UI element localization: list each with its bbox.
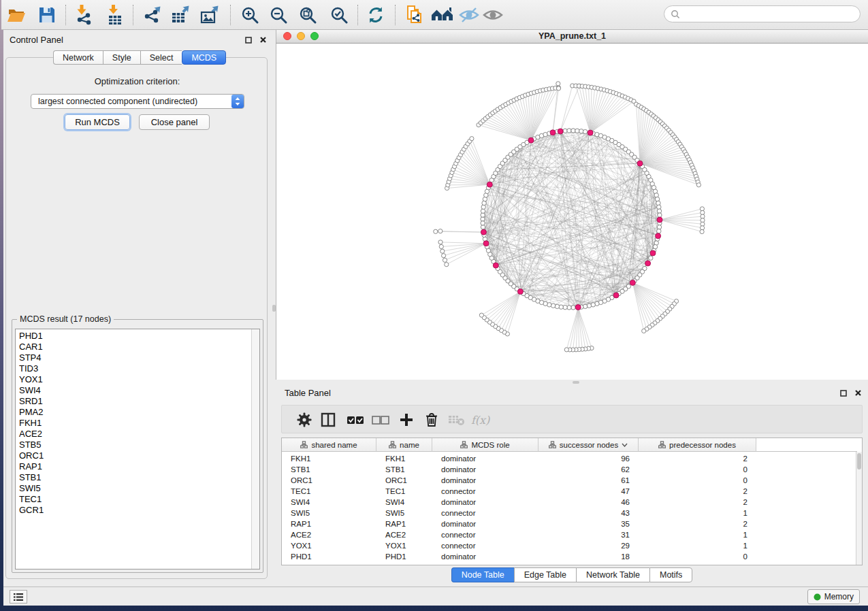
task-history-button[interactable] xyxy=(10,590,27,604)
mcds-result-item[interactable]: CAR1 xyxy=(16,342,259,352)
save-session-icon[interactable] xyxy=(35,3,59,27)
export-image-icon[interactable] xyxy=(199,3,222,27)
mcds-list-scrollbar[interactable] xyxy=(251,329,259,569)
tab-network[interactable]: Network xyxy=(53,50,103,65)
table-row[interactable]: TEC1TEC1connector472 xyxy=(282,486,856,497)
tab-style[interactable]: Style xyxy=(103,50,140,65)
show-all-icon[interactable] xyxy=(481,3,504,27)
table-cell: STB1 xyxy=(282,464,376,475)
tab-edge-table[interactable]: Edge Table xyxy=(514,567,576,582)
columns-icon[interactable] xyxy=(317,409,339,431)
gear-icon[interactable] xyxy=(293,409,315,431)
run-mcds-button[interactable]: Run MCDS xyxy=(65,114,130,130)
import-table-icon[interactable] xyxy=(103,3,127,27)
table-row[interactable]: FKH1FKH1dominator962 xyxy=(282,453,856,464)
search-input[interactable] xyxy=(664,5,861,22)
memory-label: Memory xyxy=(824,592,854,601)
delete-row-icon[interactable] xyxy=(421,409,443,431)
zoom-selected-icon[interactable] xyxy=(327,3,351,27)
zoom-out-icon[interactable] xyxy=(267,3,290,27)
mcds-result-item[interactable]: FKH1 xyxy=(16,418,259,429)
float-icon[interactable] xyxy=(840,390,847,397)
table-cell: 1 xyxy=(639,529,756,540)
table-cell: 0 xyxy=(639,475,756,486)
column-header-predecessor-nodes[interactable]: predecessor nodes xyxy=(639,438,756,452)
mcds-result-item[interactable]: ORC1 xyxy=(16,450,259,461)
table-cell: 43 xyxy=(539,508,639,518)
tab-node-table[interactable]: Node Table xyxy=(451,567,514,582)
table-row[interactable]: SWI5SWI5connector431 xyxy=(282,508,856,518)
uncheck-all-icon[interactable] xyxy=(370,409,391,431)
delete-table-icon xyxy=(446,409,468,431)
table-row[interactable]: ORC1ORC1dominator610 xyxy=(282,475,856,486)
add-row-icon[interactable] xyxy=(396,409,417,431)
mcds-result-item[interactable]: RAP1 xyxy=(16,461,259,472)
table-scrollbar[interactable] xyxy=(856,452,862,565)
open-session-icon[interactable] xyxy=(5,3,28,27)
mcds-result-list[interactable]: PHD1CAR1STP4TID3YOX1SWI4SRD1PMA2FKH1ACE2… xyxy=(15,329,260,569)
mcds-result-item[interactable]: STB5 xyxy=(16,440,259,450)
hide-selected-icon[interactable] xyxy=(457,3,481,27)
table-cell: 0 xyxy=(639,551,756,562)
column-header-successor-nodes[interactable]: successor nodes xyxy=(539,438,639,452)
zoom-fit-icon[interactable] xyxy=(296,3,319,27)
table-row[interactable]: ACE2ACE2connector311 xyxy=(282,529,856,540)
float-icon[interactable] xyxy=(245,37,252,44)
table-cell: 1 xyxy=(639,508,756,518)
table-cell: 62 xyxy=(539,464,639,475)
table-row[interactable]: YOX1YOX1connector291 xyxy=(282,540,856,551)
mcds-result-item[interactable]: PHD1 xyxy=(16,331,259,342)
network-window-titlebar[interactable]: YPA_prune.txt_1 xyxy=(276,30,868,44)
network-canvas[interactable] xyxy=(276,44,868,380)
mcds-result-item[interactable]: STP4 xyxy=(16,352,259,363)
table-cell: dominator xyxy=(432,551,539,562)
column-header-shared-name[interactable]: shared name xyxy=(282,438,376,452)
mcds-result-item[interactable]: SRD1 xyxy=(16,396,259,407)
mcds-result-item[interactable]: SWI5 xyxy=(16,483,259,494)
zoom-in-icon[interactable] xyxy=(238,3,261,27)
close-panel-button[interactable]: Close panel xyxy=(139,114,210,130)
table-cell: ACE2 xyxy=(282,529,376,540)
table-row[interactable]: SWI4SWI4dominator462 xyxy=(282,497,856,508)
table-tabs: Node TableEdge TableNetwork TableMotifs xyxy=(276,567,868,582)
table-cell: connector xyxy=(432,540,539,551)
mcds-result-item[interactable]: TID3 xyxy=(16,363,259,374)
table-row[interactable]: RAP1RAP1dominator352 xyxy=(282,518,856,529)
criterion-dropdown[interactable]: largest connected component (undirected) xyxy=(31,94,244,109)
close-icon[interactable] xyxy=(259,36,267,44)
application-window: Control Panel NetworkStyleSelectMCDS Opt… xyxy=(1,0,868,606)
horizontal-splitter[interactable] xyxy=(276,380,868,385)
toolbar-separator xyxy=(357,5,358,25)
check-all-icon[interactable] xyxy=(344,409,366,431)
export-table-icon[interactable] xyxy=(170,3,193,27)
tab-select[interactable]: Select xyxy=(140,50,182,65)
table-row[interactable]: STB1STB1dominator620 xyxy=(282,464,856,475)
table-cell: connector xyxy=(432,508,539,518)
mcds-result-item[interactable]: ACE2 xyxy=(16,429,259,440)
main-toolbar xyxy=(1,0,868,30)
table-cell: RAP1 xyxy=(282,518,376,529)
mcds-result-item[interactable]: GCR1 xyxy=(16,505,259,516)
tab-motifs[interactable]: Motifs xyxy=(649,567,692,582)
mcds-result-item[interactable]: PMA2 xyxy=(16,407,259,418)
refresh-view-icon[interactable] xyxy=(364,3,387,27)
duplicate-network-icon[interactable] xyxy=(403,3,426,27)
table-row[interactable]: PHD1PHD1dominator180 xyxy=(282,551,856,562)
export-network-icon[interactable] xyxy=(142,3,165,27)
table-cell: YOX1 xyxy=(376,540,432,551)
import-network-icon[interactable] xyxy=(73,3,96,27)
tab-network-table[interactable]: Network Table xyxy=(576,567,649,582)
column-header-MCDS-role[interactable]: MCDS role xyxy=(432,438,539,452)
close-icon[interactable] xyxy=(854,389,862,397)
first-neighbors-icon[interactable] xyxy=(431,3,454,27)
tab-mcds[interactable]: MCDS xyxy=(182,50,226,65)
mcds-result-item[interactable]: SWI4 xyxy=(16,385,259,396)
mcds-result-item[interactable]: YOX1 xyxy=(16,374,259,385)
table-cell: 35 xyxy=(539,518,639,529)
mcds-result-item[interactable]: TEC1 xyxy=(16,494,259,505)
table-cell: 96 xyxy=(539,453,639,464)
column-header-name[interactable]: name xyxy=(376,438,432,452)
table-toolbar: f(x) xyxy=(281,405,863,433)
mcds-result-item[interactable]: STB1 xyxy=(16,472,259,483)
memory-button[interactable]: Memory xyxy=(807,589,860,604)
